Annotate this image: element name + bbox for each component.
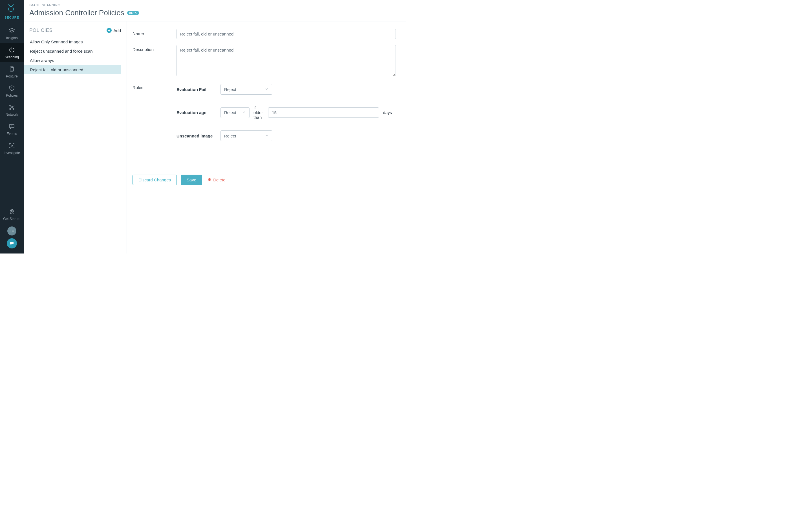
eval-age-select[interactable]: Reject xyxy=(220,107,250,118)
page-header: IMAGE SCANNING Admission Controller Poli… xyxy=(24,0,406,21)
chat-icon xyxy=(9,241,14,246)
svg-point-6 xyxy=(11,107,12,108)
nav-events[interactable]: Events xyxy=(0,119,24,138)
brand-text: SECURE xyxy=(4,16,19,19)
breadcrumb: IMAGE SCANNING xyxy=(29,3,400,7)
main: IMAGE SCANNING Admission Controller Poli… xyxy=(24,0,406,253)
eval-age-label: Evaluation age xyxy=(176,110,220,115)
eval-fail-select[interactable]: Reject xyxy=(220,84,272,95)
nav-label: Posture xyxy=(6,74,17,78)
shield-icon xyxy=(8,84,15,92)
svg-point-5 xyxy=(13,108,14,110)
if-older-than-text: if older than xyxy=(253,105,264,120)
content: POLICIES + Add Allow Only Scanned Images… xyxy=(24,21,406,253)
add-label: Add xyxy=(113,28,121,33)
nav-posture[interactable]: Posture xyxy=(0,62,24,81)
network-icon xyxy=(8,104,15,111)
policy-list: Allow Only Scanned ImagesReject unscanne… xyxy=(24,37,121,74)
form-actions: Discard Changes Save Delete xyxy=(133,174,396,185)
discard-button[interactable]: Discard Changes xyxy=(133,175,177,185)
nav-label: Investigate xyxy=(4,151,20,155)
nav-insights[interactable]: Insights xyxy=(0,24,24,43)
policy-item[interactable]: Reject unscanned and force scan xyxy=(24,47,121,56)
nav-network[interactable]: Network xyxy=(0,100,24,119)
nav-label: Scanning xyxy=(5,55,19,59)
policy-item[interactable]: Allow Only Scanned Images xyxy=(24,37,121,47)
policies-heading: POLICIES xyxy=(29,27,52,33)
policy-item[interactable]: Reject fail, old or unscanned xyxy=(24,65,121,74)
nav-label: Get Started xyxy=(3,217,20,221)
name-label: Name xyxy=(133,29,176,36)
nav-get-started[interactable]: Get Started xyxy=(0,205,24,224)
policy-item[interactable]: Allow always xyxy=(24,56,121,65)
nav-label: Events xyxy=(7,132,17,136)
policies-pane: POLICIES + Add Allow Only Scanned Images… xyxy=(24,21,127,253)
help-chat-button[interactable] xyxy=(7,238,17,248)
svg-point-2 xyxy=(10,105,11,106)
page-title: Admission Controller Policies xyxy=(29,8,124,17)
age-days-input[interactable] xyxy=(268,107,379,118)
eval-fail-label: Evaluation Fail xyxy=(176,87,220,92)
user-avatar[interactable]: EC xyxy=(7,226,16,235)
rules-label: Rules xyxy=(133,83,176,90)
form-pane: Name Description Rules Evaluation Fail R… xyxy=(127,21,406,253)
unscanned-select[interactable]: Reject xyxy=(220,130,272,141)
delete-label: Delete xyxy=(213,177,225,182)
unscanned-label: Unscanned image xyxy=(176,133,220,138)
nav-label: Network xyxy=(6,113,18,117)
beta-badge: BETA xyxy=(127,11,139,15)
nav-label: Insights xyxy=(6,36,17,40)
plus-icon: + xyxy=(107,28,112,33)
rocket-icon xyxy=(8,208,15,215)
select-value: Reject xyxy=(224,87,236,92)
add-policy-button[interactable]: + Add xyxy=(107,28,121,33)
nav-scanning[interactable]: Scanning xyxy=(0,43,24,62)
alert-chat-icon xyxy=(8,123,15,130)
svg-point-3 xyxy=(13,105,14,106)
save-button[interactable]: Save xyxy=(181,175,202,185)
chevron-down-icon xyxy=(265,87,269,92)
chevron-right-icon: › xyxy=(16,7,17,10)
nav-investigate[interactable]: Investigate xyxy=(0,138,24,158)
description-label: Description xyxy=(133,45,176,52)
logo-icon xyxy=(6,3,16,13)
clipboard-icon xyxy=(8,65,15,73)
svg-point-8 xyxy=(11,210,12,212)
layers-icon xyxy=(8,27,15,34)
sidebar: › SECURE Insights Scanning Posture Polic… xyxy=(0,0,24,253)
chevron-down-icon xyxy=(265,133,269,138)
nav-label: Policies xyxy=(6,94,17,98)
svg-point-7 xyxy=(11,145,13,147)
trash-icon xyxy=(207,177,211,182)
name-input[interactable] xyxy=(176,29,396,39)
chevron-down-icon xyxy=(242,110,246,115)
svg-point-4 xyxy=(10,108,11,110)
delete-button[interactable]: Delete xyxy=(206,174,227,185)
days-text: days xyxy=(383,110,392,115)
description-input[interactable] xyxy=(176,45,396,76)
select-value: Reject xyxy=(224,133,236,138)
power-icon xyxy=(8,46,15,54)
brand-logo[interactable]: › xyxy=(6,3,17,13)
focus-icon xyxy=(8,142,15,149)
nav-policies[interactable]: Policies xyxy=(0,81,24,100)
select-value: Reject xyxy=(224,110,236,115)
